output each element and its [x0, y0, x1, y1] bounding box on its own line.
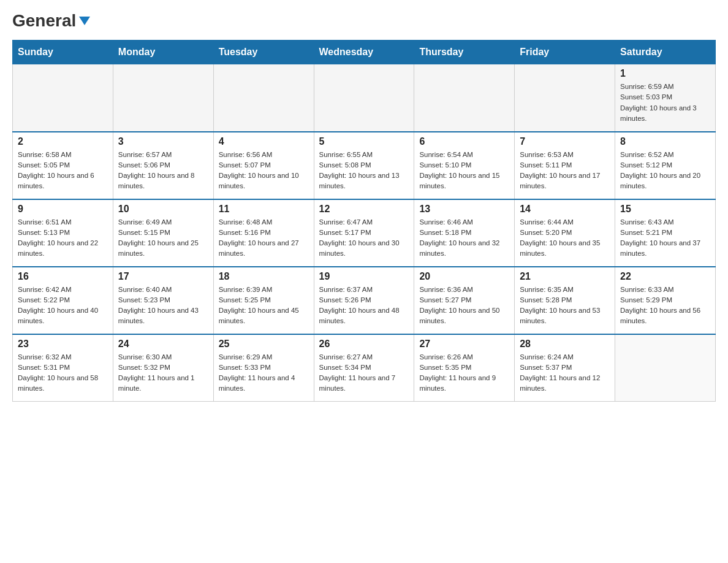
calendar-week-row-2: 2Sunrise: 6:58 AMSunset: 5:05 PMDaylight…	[13, 132, 716, 199]
calendar-day-header-saturday: Saturday	[615, 40, 716, 64]
calendar-header-row: SundayMondayTuesdayWednesdayThursdayFrid…	[13, 40, 716, 64]
calendar-cell: 16Sunrise: 6:42 AMSunset: 5:22 PMDayligh…	[13, 267, 113, 334]
calendar-cell: 13Sunrise: 6:46 AMSunset: 5:18 PMDayligh…	[414, 199, 515, 267]
day-info: Sunrise: 6:48 AMSunset: 5:16 PMDaylight:…	[219, 217, 309, 259]
calendar-cell: 5Sunrise: 6:55 AMSunset: 5:08 PMDaylight…	[314, 132, 414, 199]
day-number: 10	[118, 204, 208, 215]
day-info: Sunrise: 6:36 AMSunset: 5:27 PMDaylight:…	[419, 285, 509, 327]
calendar-cell: 9Sunrise: 6:51 AMSunset: 5:13 PMDaylight…	[13, 199, 113, 267]
calendar-cell: 22Sunrise: 6:33 AMSunset: 5:29 PMDayligh…	[615, 267, 716, 334]
calendar-cell: 12Sunrise: 6:47 AMSunset: 5:17 PMDayligh…	[314, 199, 414, 267]
day-info: Sunrise: 6:53 AMSunset: 5:11 PMDaylight:…	[520, 150, 610, 192]
calendar-day-header-friday: Friday	[515, 40, 615, 64]
day-info: Sunrise: 6:43 AMSunset: 5:21 PMDaylight:…	[620, 217, 710, 259]
calendar-cell	[615, 334, 716, 402]
calendar-cell: 1Sunrise: 6:59 AMSunset: 5:03 PMDaylight…	[615, 64, 716, 132]
calendar-cell: 21Sunrise: 6:35 AMSunset: 5:28 PMDayligh…	[515, 267, 615, 334]
calendar-cell	[414, 64, 515, 132]
logo-name: General	[12, 12, 91, 29]
day-number: 27	[419, 339, 509, 350]
day-number: 24	[118, 339, 208, 350]
day-number: 1	[620, 68, 710, 79]
calendar-cell: 23Sunrise: 6:32 AMSunset: 5:31 PMDayligh…	[13, 334, 113, 402]
calendar-day-header-thursday: Thursday	[414, 40, 515, 64]
day-number: 6	[419, 136, 509, 147]
calendar-cell: 27Sunrise: 6:26 AMSunset: 5:35 PMDayligh…	[414, 334, 515, 402]
day-info: Sunrise: 6:54 AMSunset: 5:10 PMDaylight:…	[419, 150, 509, 192]
day-number: 9	[18, 204, 108, 215]
calendar-table: SundayMondayTuesdayWednesdayThursdayFrid…	[12, 40, 716, 402]
calendar-cell: 4Sunrise: 6:56 AMSunset: 5:07 PMDaylight…	[213, 132, 314, 199]
day-number: 23	[18, 339, 108, 350]
day-info: Sunrise: 6:55 AMSunset: 5:08 PMDaylight:…	[319, 150, 409, 192]
calendar-cell: 6Sunrise: 6:54 AMSunset: 5:10 PMDaylight…	[414, 132, 515, 199]
day-info: Sunrise: 6:46 AMSunset: 5:18 PMDaylight:…	[419, 217, 509, 259]
day-number: 26	[319, 339, 409, 350]
day-info: Sunrise: 6:49 AMSunset: 5:15 PMDaylight:…	[118, 217, 208, 259]
calendar-week-row-1: 1Sunrise: 6:59 AMSunset: 5:03 PMDaylight…	[13, 64, 716, 132]
calendar-cell: 14Sunrise: 6:44 AMSunset: 5:20 PMDayligh…	[515, 199, 615, 267]
day-number: 2	[18, 136, 108, 147]
day-number: 17	[118, 271, 208, 282]
day-info: Sunrise: 6:56 AMSunset: 5:07 PMDaylight:…	[219, 150, 309, 192]
day-info: Sunrise: 6:33 AMSunset: 5:29 PMDaylight:…	[620, 285, 710, 327]
calendar-cell: 19Sunrise: 6:37 AMSunset: 5:26 PMDayligh…	[314, 267, 414, 334]
calendar-cell: 25Sunrise: 6:29 AMSunset: 5:33 PMDayligh…	[213, 334, 314, 402]
calendar-day-header-monday: Monday	[113, 40, 213, 64]
day-number: 3	[118, 136, 208, 147]
calendar-week-row-3: 9Sunrise: 6:51 AMSunset: 5:13 PMDaylight…	[13, 199, 716, 267]
day-info: Sunrise: 6:40 AMSunset: 5:23 PMDaylight:…	[118, 285, 208, 327]
day-number: 11	[219, 204, 309, 215]
day-number: 8	[620, 136, 710, 147]
calendar-cell: 2Sunrise: 6:58 AMSunset: 5:05 PMDaylight…	[13, 132, 113, 199]
day-info: Sunrise: 6:47 AMSunset: 5:17 PMDaylight:…	[319, 217, 409, 259]
calendar-cell	[515, 64, 615, 132]
day-info: Sunrise: 6:37 AMSunset: 5:26 PMDaylight:…	[319, 285, 409, 327]
day-number: 18	[219, 271, 309, 282]
day-number: 25	[219, 339, 309, 350]
day-number: 19	[319, 271, 409, 282]
calendar-cell: 10Sunrise: 6:49 AMSunset: 5:15 PMDayligh…	[113, 199, 213, 267]
calendar-cell	[314, 64, 414, 132]
day-info: Sunrise: 6:58 AMSunset: 5:05 PMDaylight:…	[18, 150, 108, 192]
day-number: 20	[419, 271, 509, 282]
day-info: Sunrise: 6:35 AMSunset: 5:28 PMDaylight:…	[520, 285, 610, 327]
day-info: Sunrise: 6:39 AMSunset: 5:25 PMDaylight:…	[219, 285, 309, 327]
calendar-week-row-5: 23Sunrise: 6:32 AMSunset: 5:31 PMDayligh…	[13, 334, 716, 402]
calendar-cell	[13, 64, 113, 132]
calendar-cell	[213, 64, 314, 132]
day-info: Sunrise: 6:29 AMSunset: 5:33 PMDaylight:…	[219, 352, 309, 394]
svg-marker-0	[79, 17, 90, 25]
day-info: Sunrise: 6:27 AMSunset: 5:34 PMDaylight:…	[319, 352, 409, 394]
day-number: 14	[520, 204, 610, 215]
day-number: 4	[219, 136, 309, 147]
calendar-cell: 28Sunrise: 6:24 AMSunset: 5:37 PMDayligh…	[515, 334, 615, 402]
logo: General	[12, 12, 91, 31]
day-number: 5	[319, 136, 409, 147]
day-info: Sunrise: 6:44 AMSunset: 5:20 PMDaylight:…	[520, 217, 610, 259]
calendar-cell: 18Sunrise: 6:39 AMSunset: 5:25 PMDayligh…	[213, 267, 314, 334]
day-number: 21	[520, 271, 610, 282]
calendar-day-header-wednesday: Wednesday	[314, 40, 414, 64]
day-info: Sunrise: 6:32 AMSunset: 5:31 PMDaylight:…	[18, 352, 108, 394]
calendar-week-row-4: 16Sunrise: 6:42 AMSunset: 5:22 PMDayligh…	[13, 267, 716, 334]
day-number: 7	[520, 136, 610, 147]
calendar-cell: 7Sunrise: 6:53 AMSunset: 5:11 PMDaylight…	[515, 132, 615, 199]
day-info: Sunrise: 6:26 AMSunset: 5:35 PMDaylight:…	[419, 352, 509, 394]
calendar-cell: 3Sunrise: 6:57 AMSunset: 5:06 PMDaylight…	[113, 132, 213, 199]
calendar-cell	[113, 64, 213, 132]
calendar-cell: 8Sunrise: 6:52 AMSunset: 5:12 PMDaylight…	[615, 132, 716, 199]
day-info: Sunrise: 6:52 AMSunset: 5:12 PMDaylight:…	[620, 150, 710, 192]
day-number: 15	[620, 204, 710, 215]
calendar-cell: 24Sunrise: 6:30 AMSunset: 5:32 PMDayligh…	[113, 334, 213, 402]
calendar-day-header-tuesday: Tuesday	[213, 40, 314, 64]
page-header: General	[12, 12, 716, 31]
day-number: 22	[620, 271, 710, 282]
day-info: Sunrise: 6:42 AMSunset: 5:22 PMDaylight:…	[18, 285, 108, 327]
day-number: 16	[18, 271, 108, 282]
day-info: Sunrise: 6:57 AMSunset: 5:06 PMDaylight:…	[118, 150, 208, 192]
calendar-cell: 20Sunrise: 6:36 AMSunset: 5:27 PMDayligh…	[414, 267, 515, 334]
calendar-cell: 17Sunrise: 6:40 AMSunset: 5:23 PMDayligh…	[113, 267, 213, 334]
day-info: Sunrise: 6:24 AMSunset: 5:37 PMDaylight:…	[520, 352, 610, 394]
day-info: Sunrise: 6:51 AMSunset: 5:13 PMDaylight:…	[18, 217, 108, 259]
